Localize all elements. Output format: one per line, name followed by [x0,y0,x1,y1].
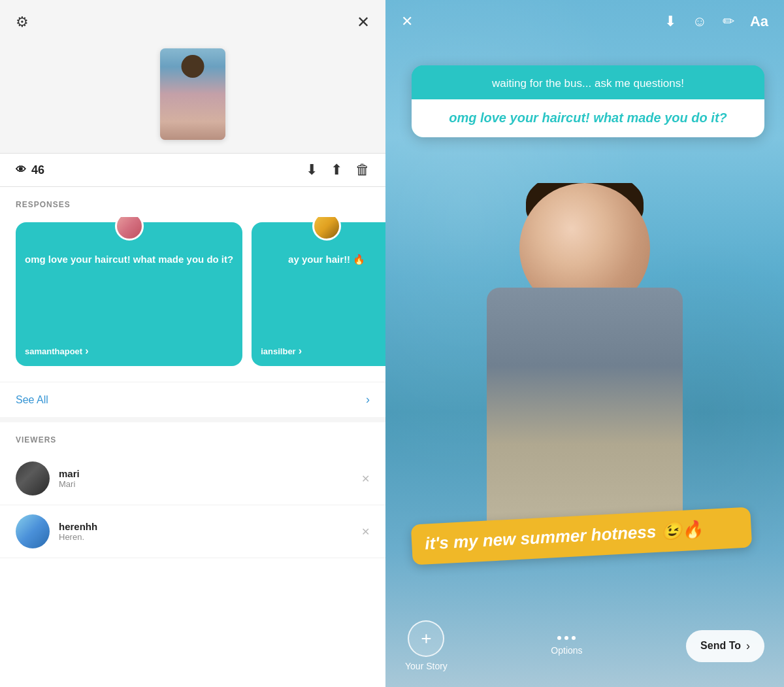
responder-avatar-1 [115,217,144,241]
story-download-icon[interactable]: ⬇ [664,13,676,30]
your-story-plus-icon: + [421,629,431,648]
left-panel: ⚙ ✕ 👁 46 ⬇ ⬆ 🗑 RESPONSES omg love your h… [0,0,385,687]
question-card: waiting for the bus... ask me questions!… [412,65,764,137]
right-panel: ✕ ⬇ ☺ ✏ Aa waiting for the bus... ask me… [385,0,784,687]
viewers-section: VIEWERS mari Mari ✕ herenhh Heren. ✕ [0,422,385,687]
see-all-chevron-icon: › [366,393,370,407]
question-answer-area: omg love your haircut! what made you do … [412,99,764,137]
story-top-bar: ✕ ⬇ ☺ ✏ Aa [385,0,784,43]
your-story-button[interactable]: + Your Story [405,620,448,671]
responder-avatar-2 [312,217,341,241]
response-card-1[interactable]: omg love your haircut! what made you do … [16,222,242,366]
question-answer-text: omg love your haircut! what made you do … [425,109,751,127]
options-label: Options [551,645,582,656]
story-thumbnail-image [160,48,225,140]
body-shape [487,288,683,549]
your-story-label: Your Story [405,661,448,671]
download-button[interactable]: ⬇ [306,161,318,178]
send-to-chevron-icon: › [746,639,750,653]
options-dots-icon [557,636,576,640]
viewer-avatar-1 [16,461,50,495]
story-top-actions: ⬇ ☺ ✏ Aa [664,13,768,30]
story-sticker-icon[interactable]: ☺ [692,13,706,30]
section-divider [0,417,385,422]
viewer-username-1: mari [59,468,352,479]
responses-section: RESPONSES omg love your haircut! what ma… [0,187,385,382]
question-prompt-area: waiting for the bus... ask me questions! [412,65,764,99]
response-text-2: ay your hair!! 🔥 [261,252,385,266]
stats-bar: 👁 46 ⬇ ⬆ 🗑 [0,153,385,187]
viewer-name-1: Mari [59,479,352,489]
viewer-row-2: herenhh Heren. ✕ [0,505,385,558]
response-card-2[interactable]: ay your hair!! 🔥 iansilber [252,222,385,366]
viewer-info-2: herenhh Heren. [59,521,352,542]
viewer-row-1: mari Mari ✕ [0,452,385,505]
share-button[interactable]: ⬆ [331,161,342,178]
responder-name-1: samanthapoet [25,345,233,357]
send-to-button[interactable]: Send To › [686,630,764,662]
responder-name-2: iansilber [261,345,385,357]
options-dot-2 [564,636,568,640]
delete-button[interactable]: 🗑 [355,161,370,178]
question-prompt-text: waiting for the bus... ask me questions! [425,76,751,92]
options-dot-3 [572,636,576,640]
story-close-button[interactable]: ✕ [401,13,413,30]
story-thumbnail[interactable] [160,48,225,140]
options-dot-1 [557,636,561,640]
viewer-username-2: herenhh [59,521,352,532]
viewer-remove-1[interactable]: ✕ [361,473,370,485]
story-text-button[interactable]: Aa [750,13,768,30]
responses-label: RESPONSES [0,187,385,217]
story-preview [0,42,385,153]
viewer-name-2: Heren. [59,532,352,542]
eye-icon: 👁 [16,164,26,176]
see-all-row[interactable]: See All › [0,382,385,417]
gear-icon[interactable]: ⚙ [16,14,29,31]
story-bottom-bar: + Your Story Options Send To › [385,605,784,687]
viewer-info-1: mari Mari [59,468,352,489]
yellow-sticker-text: it's my new summer hotness 😉🔥 [424,517,738,556]
stats-actions: ⬇ ⬆ 🗑 [306,161,370,178]
close-icon[interactable]: ✕ [357,13,370,31]
your-story-circle: + [408,620,444,657]
viewer-remove-2[interactable]: ✕ [361,526,370,538]
responses-scroll[interactable]: omg love your haircut! what made you do … [0,217,385,371]
options-button[interactable]: Options [551,636,582,656]
viewer-avatar-2 [16,514,50,548]
story-draw-icon[interactable]: ✏ [723,13,734,30]
viewers-label: VIEWERS [0,422,385,452]
view-count: 👁 46 [16,163,44,177]
send-to-text: Send To [700,640,741,652]
response-text-1: omg love your haircut! what made you do … [25,252,233,266]
see-all-text: See All [16,394,48,406]
left-header: ⚙ ✕ [0,0,385,42]
view-count-number: 46 [31,163,44,177]
